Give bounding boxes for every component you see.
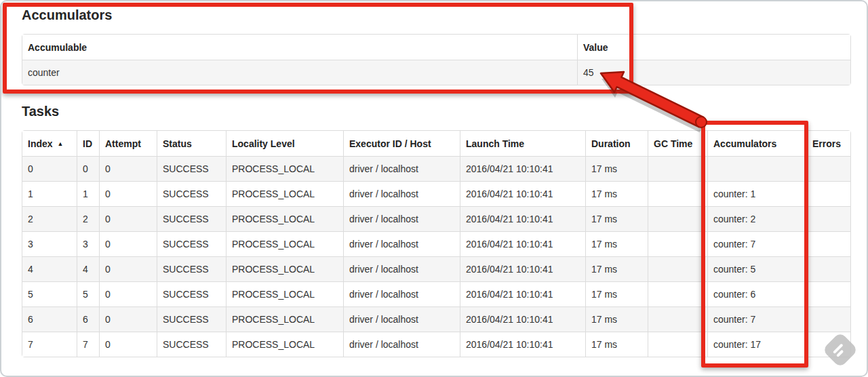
cell-index: 0	[22, 156, 77, 181]
cell-errors	[806, 281, 850, 306]
cell-executor-id-host: driver / localhost	[343, 332, 460, 357]
cell-id: 4	[77, 256, 99, 281]
cell-executor-id-host: driver / localhost	[343, 256, 460, 281]
cell-index: 2	[22, 206, 77, 231]
cell-locality-level: PROCESS_LOCAL	[226, 281, 343, 306]
cell-attempt: 0	[99, 181, 157, 206]
cell-duration: 17 ms	[585, 181, 648, 206]
cell-attempt: 0	[99, 156, 157, 181]
cell-locality-level: PROCESS_LOCAL	[226, 206, 343, 231]
cell-errors	[806, 256, 850, 281]
col-header-id[interactable]: ID	[77, 131, 99, 156]
cell-launch-time: 2016/04/21 10:10:41	[460, 206, 585, 231]
cell-attempt: 0	[99, 256, 157, 281]
task-row-6: 6 6 0 SUCCESS PROCESS_LOCAL driver / loc…	[22, 306, 850, 332]
cell-errors	[806, 181, 850, 206]
cell-value: 45	[577, 60, 850, 85]
col-header-locality-level[interactable]: Locality Level	[226, 131, 343, 156]
cell-id: 3	[77, 231, 99, 256]
cell-locality-level: PROCESS_LOCAL	[226, 332, 343, 357]
cell-gc-time	[648, 156, 707, 181]
cell-index: 5	[22, 281, 77, 306]
cell-id: 5	[77, 281, 99, 306]
col-header-index[interactable]: Index▲	[22, 131, 77, 156]
cell-attempt: 0	[99, 281, 157, 306]
annotation-arrow-shadow	[601, 77, 704, 132]
cell-errors	[806, 156, 850, 181]
task-row-1: 1 1 0 SUCCESS PROCESS_LOCAL driver / loc…	[22, 181, 850, 206]
cell-attempt: 0	[99, 206, 157, 231]
annotation-arrow-tail-cap	[696, 117, 707, 127]
cell-index: 4	[22, 256, 77, 281]
col-header-accumulators[interactable]: Accumulators	[707, 131, 806, 156]
cell-attempt: 0	[99, 332, 157, 357]
col-header-launch-time[interactable]: Launch Time	[460, 131, 585, 156]
col-header-accumulable: Accumulable	[22, 35, 577, 60]
col-header-index-label: Index	[28, 138, 53, 149]
cell-accumulators: counter: 17	[707, 332, 806, 357]
cell-launch-time: 2016/04/21 10:10:41	[460, 306, 585, 332]
col-header-attempt[interactable]: Attempt	[99, 131, 157, 156]
cell-status: SUCCESS	[157, 231, 226, 256]
cell-gc-time	[648, 281, 707, 306]
cell-launch-time: 2016/04/21 10:10:41	[460, 332, 585, 357]
cell-accumulators	[707, 156, 806, 181]
task-row-4: 4 4 0 SUCCESS PROCESS_LOCAL driver / loc…	[22, 256, 850, 281]
accumulators-header-row: Accumulable Value	[22, 35, 850, 60]
cell-locality-level: PROCESS_LOCAL	[226, 256, 343, 281]
cell-index: 3	[22, 231, 77, 256]
cell-executor-id-host: driver / localhost	[343, 206, 460, 231]
cell-gc-time	[648, 306, 707, 332]
spark-ui-page: Accumulators Accumulable Value counter 4…	[0, 0, 868, 377]
col-header-gc-time[interactable]: GC Time	[648, 131, 707, 156]
cell-launch-time: 2016/04/21 10:10:41	[460, 156, 585, 181]
cell-errors	[806, 206, 850, 231]
cell-executor-id-host: driver / localhost	[343, 181, 460, 206]
task-row-0: 0 0 0 SUCCESS PROCESS_LOCAL driver / loc…	[22, 156, 850, 181]
cell-launch-time: 2016/04/21 10:10:41	[460, 181, 585, 206]
cell-duration: 17 ms	[585, 306, 648, 332]
tasks-header-row: Index▲ ID Attempt Status Locality Level …	[22, 131, 850, 156]
accumulator-row: counter 45	[22, 60, 850, 85]
col-header-errors[interactable]: Errors	[806, 131, 850, 156]
tasks-section-title: Tasks	[22, 102, 59, 120]
cell-status: SUCCESS	[157, 181, 226, 206]
cell-duration: 17 ms	[585, 281, 648, 306]
cell-accumulators: counter: 6	[707, 281, 806, 306]
cell-accumulators: counter: 7	[707, 231, 806, 256]
cell-gc-time	[648, 181, 707, 206]
cell-errors	[806, 306, 850, 332]
cell-attempt: 0	[99, 306, 157, 332]
cell-errors	[806, 332, 850, 357]
cell-launch-time: 2016/04/21 10:10:41	[460, 281, 585, 306]
cell-executor-id-host: driver / localhost	[343, 306, 460, 332]
col-header-duration[interactable]: Duration	[585, 131, 648, 156]
cell-id: 2	[77, 206, 99, 231]
cell-status: SUCCESS	[157, 332, 226, 357]
accumulators-section-title: Accumulators	[22, 6, 112, 24]
cell-accumulators: counter: 5	[707, 256, 806, 281]
sort-ascending-icon: ▲	[58, 140, 64, 147]
cell-id: 7	[77, 332, 99, 357]
cell-duration: 17 ms	[585, 256, 648, 281]
task-row-5: 5 5 0 SUCCESS PROCESS_LOCAL driver / loc…	[22, 281, 850, 306]
task-row-2: 2 2 0 SUCCESS PROCESS_LOCAL driver / loc…	[22, 206, 850, 231]
cell-locality-level: PROCESS_LOCAL	[226, 156, 343, 181]
cell-gc-time	[648, 256, 707, 281]
cell-accumulators: counter: 2	[707, 206, 806, 231]
cell-status: SUCCESS	[157, 306, 226, 332]
cell-index: 7	[22, 332, 77, 357]
cell-index: 1	[22, 181, 77, 206]
col-header-executor-id-host[interactable]: Executor ID / Host	[343, 131, 460, 156]
cell-attempt: 0	[99, 231, 157, 256]
cell-launch-time: 2016/04/21 10:10:41	[460, 256, 585, 281]
accumulators-table: Accumulable Value counter 45	[22, 34, 850, 85]
col-header-status[interactable]: Status	[157, 131, 226, 156]
cell-executor-id-host: driver / localhost	[343, 281, 460, 306]
cell-accumulators: counter: 7	[707, 306, 806, 332]
cell-duration: 17 ms	[585, 156, 648, 181]
cell-status: SUCCESS	[157, 256, 226, 281]
cell-accumulable: counter	[22, 60, 577, 85]
task-row-3: 3 3 0 SUCCESS PROCESS_LOCAL driver / loc…	[22, 231, 850, 256]
task-row-7: 7 7 0 SUCCESS PROCESS_LOCAL driver / loc…	[22, 332, 850, 357]
